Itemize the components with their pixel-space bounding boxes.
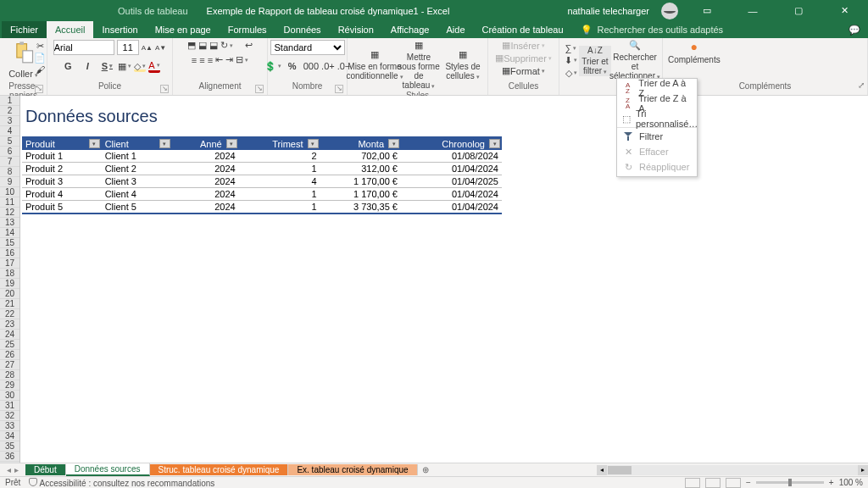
row-header[interactable]: 18 xyxy=(0,269,19,279)
tell-me-search[interactable]: 💡 Rechercher des outils adaptés xyxy=(572,21,732,38)
cut-icon[interactable]: ✂ xyxy=(34,41,46,52)
sort-filter-button[interactable]: A↓Z Trier et filtrer xyxy=(579,46,611,76)
filter-item[interactable]: Filtrer xyxy=(617,129,697,144)
row-header[interactable]: 12 xyxy=(0,208,19,218)
paste-icon[interactable] xyxy=(12,40,36,65)
row-header[interactable]: 20 xyxy=(0,289,19,299)
row-headers[interactable]: 1234567891011121314151617181920212223242… xyxy=(0,96,20,468)
row-header[interactable]: 4 xyxy=(0,126,19,136)
feedback-icon[interactable]: 💬 xyxy=(846,21,863,38)
tab-fichier[interactable]: Fichier xyxy=(2,21,47,38)
column-filter-button[interactable]: ▾ xyxy=(226,139,237,148)
tab-revision[interactable]: Révision xyxy=(330,21,382,38)
table-cell[interactable]: 01/04/2024 xyxy=(401,201,502,214)
table-cell[interactable]: Client 2 xyxy=(102,163,172,175)
underline-button[interactable]: S xyxy=(98,58,115,74)
table-cell[interactable]: 2024 xyxy=(172,201,239,214)
column-header[interactable]: Monta▾ xyxy=(320,137,401,150)
maximize-button[interactable]: ▢ xyxy=(782,1,815,21)
row-header[interactable]: 6 xyxy=(0,147,19,157)
bold-button[interactable]: G xyxy=(59,58,76,74)
row-header[interactable]: 9 xyxy=(0,177,19,187)
row-header[interactable]: 36 xyxy=(0,452,19,462)
find-select-button[interactable]: 🔍 Rechercher et sélectionner xyxy=(613,40,657,81)
table-cell[interactable]: 01/04/2024 xyxy=(401,188,502,201)
row-header[interactable]: 10 xyxy=(0,187,19,197)
row-header[interactable]: 25 xyxy=(0,340,19,350)
column-filter-button[interactable]: ▾ xyxy=(489,139,500,148)
sheet-tab-donnees-sources[interactable]: Données sources xyxy=(66,463,150,476)
table-cell[interactable]: Produit 5 xyxy=(22,201,102,214)
row-header[interactable]: 19 xyxy=(0,279,19,289)
row-header[interactable]: 29 xyxy=(0,380,19,391)
copy-icon[interactable]: 📄 xyxy=(34,53,46,64)
table-cell[interactable]: 2024 xyxy=(172,188,239,201)
fill-button[interactable]: ⬇ xyxy=(565,55,577,66)
tab-accueil[interactable]: Accueil xyxy=(47,21,93,38)
format-painter-icon[interactable]: 🖌 xyxy=(34,64,46,75)
table-cell[interactable]: Produit 1 xyxy=(22,150,102,163)
cells-area[interactable]: Données sources Produit▾Client▾Anné▾Trim… xyxy=(20,96,868,468)
row-header[interactable]: 27 xyxy=(0,360,19,370)
tab-insertion[interactable]: Insertion xyxy=(93,21,146,38)
tab-affichage[interactable]: Affichage xyxy=(382,21,438,38)
row-header[interactable]: 31 xyxy=(0,401,19,411)
table-row[interactable]: Produit 3Client 3202441 170,00 €01/04/20… xyxy=(22,175,502,188)
normal-view-button[interactable] xyxy=(685,478,700,488)
autosum-button[interactable]: ∑ xyxy=(565,43,577,53)
italic-button[interactable]: I xyxy=(79,58,96,74)
table-cell[interactable]: Produit 2 xyxy=(22,163,102,175)
column-header[interactable]: Anné▾ xyxy=(172,137,239,150)
table-cell[interactable]: 702,00 € xyxy=(320,150,401,163)
delete-cells-button[interactable]: ▦ Supprimer xyxy=(495,53,552,64)
row-header[interactable]: 17 xyxy=(0,258,19,269)
align-center-icon[interactable]: ≡ xyxy=(199,55,204,65)
page-break-view-button[interactable] xyxy=(726,478,741,488)
table-cell[interactable]: 1 170,00 € xyxy=(320,188,401,201)
sheet-tab-ex-tcd[interactable]: Ex. tableau croisé dynamique xyxy=(288,464,417,475)
table-cell[interactable]: 4 xyxy=(239,175,320,188)
tab-nav-prev[interactable]: ◂ xyxy=(7,465,11,474)
comma-format-icon[interactable]: 000 xyxy=(303,61,319,71)
format-cells-button[interactable]: ▦ Format xyxy=(502,65,545,76)
minimize-button[interactable]: — xyxy=(736,1,770,21)
align-bottom-icon[interactable]: ⬓ xyxy=(209,40,218,51)
percent-format-icon[interactable]: % xyxy=(284,58,301,74)
sheet-tab-debut[interactable]: Début xyxy=(25,464,66,475)
format-as-table-button[interactable]: ▦ Mettre sous forme de tableau xyxy=(397,40,441,91)
custom-sort-item[interactable]: ⬚ Tri personnalisé… xyxy=(617,111,697,126)
row-header[interactable]: 16 xyxy=(0,248,19,258)
table-cell[interactable]: 2024 xyxy=(172,175,239,188)
table-row[interactable]: Produit 2Client 220241312,00 €01/04/2024 xyxy=(22,163,502,175)
row-header[interactable]: 11 xyxy=(0,197,19,208)
font-size-select[interactable] xyxy=(117,40,139,55)
table-cell[interactable]: 01/04/2025 xyxy=(401,175,502,188)
row-header[interactable]: 22 xyxy=(0,309,19,319)
table-cell[interactable]: Produit 4 xyxy=(22,188,102,201)
hscroll-thumb[interactable] xyxy=(608,466,632,474)
table-cell[interactable]: 3 730,35 € xyxy=(320,201,401,214)
row-header[interactable]: 13 xyxy=(0,218,19,228)
close-button[interactable]: ✕ xyxy=(827,1,861,21)
table-cell[interactable]: 1 xyxy=(239,188,320,201)
row-header[interactable]: 14 xyxy=(0,228,19,238)
row-header[interactable]: 23 xyxy=(0,319,19,330)
table-cell[interactable]: 1 xyxy=(239,201,320,214)
orientation-icon[interactable]: ↻ xyxy=(220,40,233,51)
table-cell[interactable]: 2024 xyxy=(172,150,239,163)
table-cell[interactable]: 01/04/2024 xyxy=(401,163,502,175)
row-header[interactable]: 24 xyxy=(0,330,19,340)
number-dialog-launcher[interactable]: ↘ xyxy=(335,85,343,93)
increase-decimal-icon[interactable]: .0+ xyxy=(321,61,335,71)
row-header[interactable]: 3 xyxy=(0,116,19,126)
row-header[interactable]: 1 xyxy=(0,96,19,106)
increase-font-icon[interactable]: A▲ xyxy=(142,44,153,52)
number-format-select[interactable]: Standard xyxy=(270,40,345,55)
page-layout-view-button[interactable] xyxy=(705,478,721,488)
column-filter-button[interactable]: ▾ xyxy=(89,139,100,148)
align-top-icon[interactable]: ⬒ xyxy=(187,40,196,51)
table-cell[interactable]: 01/08/2024 xyxy=(401,150,502,163)
row-header[interactable]: 28 xyxy=(0,370,19,380)
zoom-out-button[interactable]: − xyxy=(746,478,751,487)
zoom-in-button[interactable]: + xyxy=(829,478,834,487)
